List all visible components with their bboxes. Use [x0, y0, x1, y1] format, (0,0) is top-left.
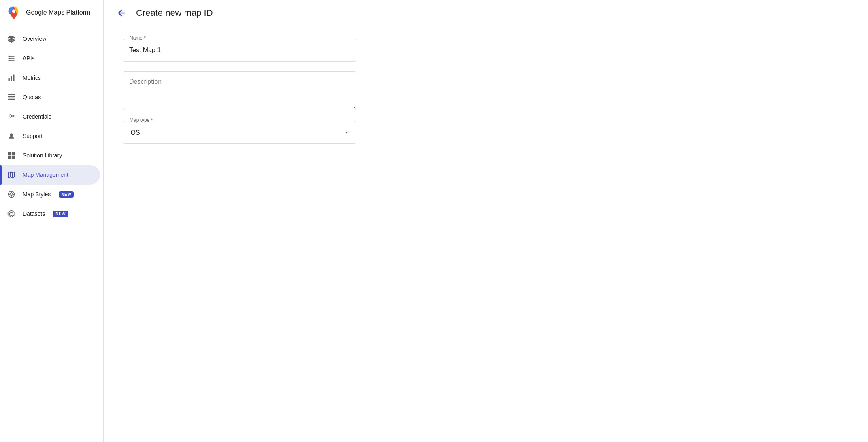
support-icon [6, 131, 16, 141]
create-map-id-form: Name * Map type * JavaScript Android iOS [104, 26, 468, 157]
svg-point-14 [9, 115, 12, 117]
svg-rect-18 [8, 156, 11, 159]
map-management-icon [6, 170, 16, 180]
page-title: Create new map ID [136, 8, 213, 18]
map-styles-label: Map Styles [23, 191, 51, 198]
sidebar-item-map-styles[interactable]: Map Styles NEW [0, 185, 100, 204]
description-field-group [123, 71, 449, 111]
svg-point-0 [12, 9, 15, 13]
svg-point-6 [9, 60, 10, 61]
apis-icon [6, 53, 16, 63]
svg-rect-16 [8, 152, 11, 155]
sidebar-item-map-management[interactable]: Map Management [0, 165, 100, 185]
quotas-label: Quotas [23, 94, 41, 100]
description-input[interactable] [123, 71, 356, 110]
datasets-new-badge: NEW [53, 211, 68, 217]
back-button[interactable] [113, 5, 130, 21]
sidebar-item-credentials[interactable]: Credentials [0, 107, 100, 126]
main-content: Create new map ID Name * Map type * Java… [104, 0, 868, 442]
credentials-icon [6, 112, 16, 121]
sidebar-header: Google Maps Platform [0, 0, 103, 26]
solution-library-icon [6, 151, 16, 160]
map-type-select[interactable]: JavaScript Android iOS [123, 121, 356, 144]
svg-rect-7 [9, 78, 10, 81]
app-title: Google Maps Platform [26, 8, 90, 17]
svg-rect-19 [12, 156, 15, 159]
svg-rect-17 [12, 152, 15, 155]
main-header: Create new map ID [104, 0, 868, 26]
name-input[interactable] [123, 39, 356, 62]
svg-marker-29 [10, 212, 13, 216]
sidebar-item-metrics[interactable]: Metrics [0, 68, 100, 87]
svg-rect-8 [11, 76, 12, 81]
overview-label: Overview [23, 36, 46, 42]
sidebar-item-quotas[interactable]: Quotas [0, 87, 100, 107]
sidebar-item-apis[interactable]: APIs [0, 49, 100, 68]
svg-point-4 [9, 56, 10, 57]
map-styles-icon [6, 189, 16, 199]
name-field-group: Name * [123, 39, 449, 62]
svg-rect-9 [13, 75, 14, 81]
overview-icon [6, 34, 16, 44]
svg-point-23 [10, 193, 13, 196]
sidebar-nav: Overview APIs M [0, 26, 103, 227]
metrics-label: Metrics [23, 74, 41, 81]
sidebar-item-overview[interactable]: Overview [0, 29, 100, 49]
svg-rect-13 [8, 99, 15, 100]
map-type-field-group: Map type * JavaScript Android iOS [123, 121, 449, 144]
sidebar-item-datasets[interactable]: Datasets NEW [0, 204, 100, 223]
datasets-icon [6, 209, 16, 219]
svg-rect-11 [8, 96, 15, 97]
metrics-icon [6, 73, 16, 83]
solution-library-label: Solution Library [23, 152, 62, 159]
apis-label: APIs [23, 55, 35, 62]
svg-point-5 [9, 58, 10, 59]
svg-rect-12 [8, 98, 15, 99]
sidebar: Google Maps Platform Overview APIs [0, 0, 104, 442]
sidebar-item-support[interactable]: Support [0, 126, 100, 146]
credentials-label: Credentials [23, 113, 51, 120]
svg-rect-10 [8, 94, 15, 96]
support-label: Support [23, 133, 43, 139]
map-type-field-label: Map type * [128, 117, 154, 123]
map-management-label: Map Management [23, 172, 68, 178]
map-styles-new-badge: NEW [59, 191, 74, 198]
map-type-select-wrapper: JavaScript Android iOS [123, 121, 356, 144]
svg-point-15 [10, 133, 13, 136]
datasets-label: Datasets [23, 210, 45, 217]
name-field-label: Name * [128, 35, 147, 41]
sidebar-item-solution-library[interactable]: Solution Library [0, 146, 100, 165]
google-maps-logo [6, 6, 21, 20]
quotas-icon [6, 92, 16, 102]
